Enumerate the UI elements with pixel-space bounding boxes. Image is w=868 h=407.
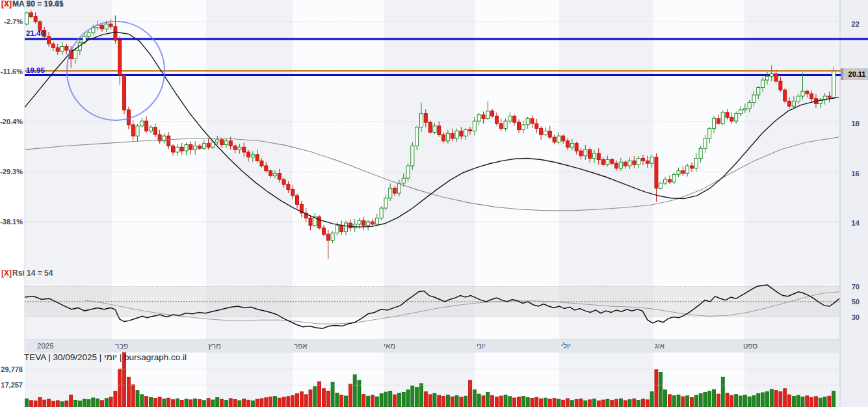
candle-body [331,233,334,240]
volume-bar [650,392,653,407]
volume-bar [92,398,95,407]
candle-body [606,159,609,164]
volume-bar [118,369,122,407]
axis-month-label: אפר [294,342,307,350]
volume-bar [158,397,161,407]
candle-body [792,101,795,107]
volume-bar [611,400,614,407]
candle-body [189,145,192,150]
candle-body [153,127,157,135]
candle-body [167,136,170,146]
time-axis-strip[interactable]: 2025פברמרץאפרמאייונייוליאוגספט [25,339,840,352]
volume-bar [411,386,414,407]
volume-bar [51,401,55,407]
volume-bar [526,398,529,407]
candle-body [482,115,485,119]
volume-bar [765,391,769,407]
candle-body [588,150,592,158]
volume-bar [713,389,716,407]
candle-body [265,166,268,171]
candle-body [765,76,769,80]
volume-bar [56,400,59,407]
candle-body [140,121,144,126]
volume-bar [34,401,37,407]
candle-body [774,74,778,81]
volume-bar [65,401,68,407]
volume-bar [486,393,490,407]
volume-bar [664,390,667,407]
candle-body [637,159,640,165]
candle-body [220,140,224,145]
volume-bar [269,397,272,407]
axis-month-label: 2025 [37,342,54,350]
candle-body [296,196,299,204]
candle-body [207,144,210,148]
candle-body [717,118,720,124]
candle-body [659,183,663,189]
candle-body [371,222,374,224]
axis-month-label: פבר [115,342,128,350]
volume-bar [389,391,392,407]
candle-body [345,223,348,231]
candle-body [601,159,605,164]
candle-body [247,152,250,157]
candle-body [123,75,126,110]
volume-bar [415,387,419,407]
volume-bar [801,397,804,407]
volume-bar [251,400,254,407]
candle-body [810,94,813,99]
candle-body [451,133,454,138]
candle-body [224,141,228,145]
volume-bar [207,399,210,407]
candle-body [238,147,241,150]
volume-bar [224,400,228,407]
candle-body [477,115,480,122]
candle-body [60,46,64,51]
pct-axis-label: -29.3% [0,168,23,176]
volume-bar [495,397,498,407]
candle-body [419,114,423,127]
axis-month-label: יוני [477,342,485,350]
candle-body [548,131,551,137]
volume-bar [83,399,86,407]
candle-body [353,224,356,228]
close-indicator-icon[interactable]: [X] [1,0,12,8]
volume-bar [367,396,370,407]
volume-bar [513,398,516,407]
candle-body [362,220,365,226]
volume-bar [167,398,170,407]
legend-ma50: [X]MA 50 = 19.41 [1,0,64,8]
hline-label-2140[interactable]: 21.40 [26,29,45,37]
legend-rsi-text: Rsi 14 = 54 [12,269,53,278]
candle-body [513,116,516,123]
pct-axis-label: -20.4% [0,118,23,125]
volume-bar [579,399,583,407]
volume-bar [265,398,268,407]
legend-rsi: [X]Rsi 14 = 54 [1,269,53,278]
hline-label-1995[interactable]: 19.95 [26,66,45,74]
axis-month-label: ספט [743,342,757,350]
volume-bar [508,397,512,407]
volume-bar [345,396,348,407]
candle-body [34,17,37,22]
close-indicator-icon[interactable]: [X] [1,269,12,278]
candle-body [557,136,560,142]
volume-bar [557,399,560,407]
volume-bar [584,400,587,407]
chart-footer-info: TEVA | 30/09/2025 | יומי | bursagraph.co… [24,352,187,362]
volume-bar [628,400,631,407]
candle-body [633,161,636,164]
candle-body [100,25,103,29]
volume-bar [694,395,698,407]
volume-bar [482,396,485,407]
chart-root[interactable]: SP ↗ NSER -2.7%-11.6%-20.4%-29.3%-38.1%2… [0,0,868,407]
candle-body [832,71,835,98]
volume-bar [570,400,573,407]
volume-bar [256,399,259,407]
candle-body [681,171,685,174]
volume-bar [362,395,365,407]
candle-body [145,121,148,131]
candle-body [473,121,476,131]
volume-axis-label: 29,778 [1,365,23,373]
candle-body [690,166,694,168]
